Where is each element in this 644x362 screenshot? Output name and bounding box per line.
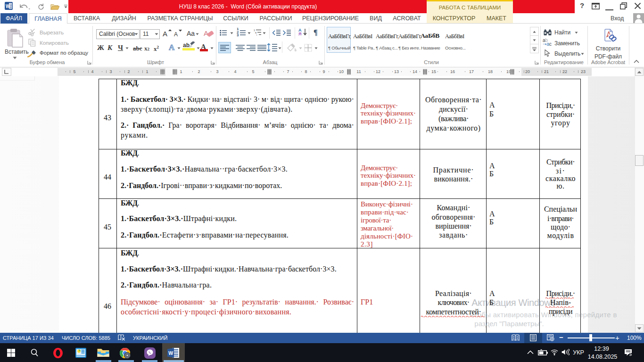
svg-text:i: i — [256, 33, 257, 36]
svg-text:А: А — [204, 29, 208, 37]
svg-text:W: W — [168, 350, 173, 356]
svg-text:W: W — [6, 4, 10, 9]
